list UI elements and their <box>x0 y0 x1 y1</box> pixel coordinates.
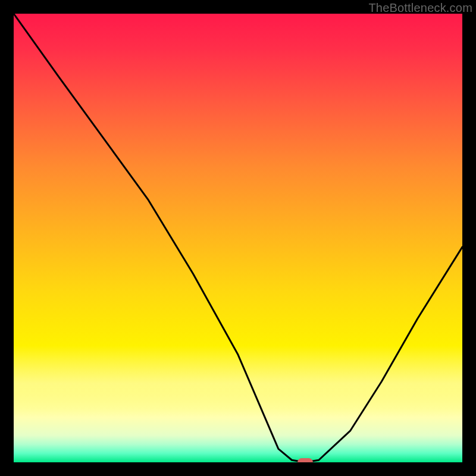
bottleneck-curve <box>14 14 462 462</box>
plot-area <box>14 14 462 462</box>
current-point-marker <box>298 458 313 462</box>
watermark-text: TheBottleneck.com <box>368 1 472 15</box>
